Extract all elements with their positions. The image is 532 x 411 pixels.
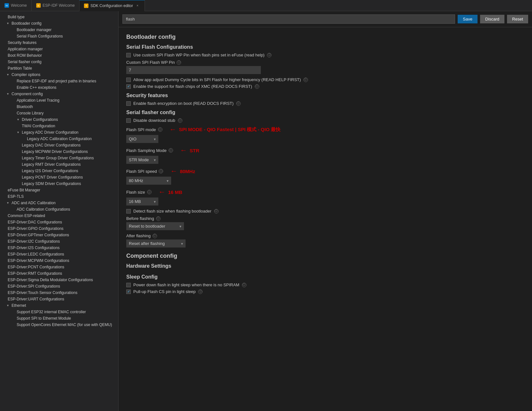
save-button[interactable]: Save: [458, 15, 478, 23]
reset-button[interactable]: Reset: [507, 15, 528, 23]
flash-size-select[interactable]: 1 MB 2 MB 4 MB 8 MB 16 MB 32 MB: [126, 197, 158, 206]
sampling-mode-select[interactable]: STR Mode DTR Mode: [126, 156, 158, 164]
sidebar-item-esp-driver-ledc[interactable]: ESP-Driver:LEDC Configurations: [0, 251, 118, 257]
chevron-icon: ▼: [6, 73, 10, 76]
sidebar-item-legacy-dac[interactable]: Legacy DAC Driver Configurations: [0, 142, 118, 148]
detect-flash-checkbox[interactable]: [126, 209, 131, 214]
sidebar-item-common-esp[interactable]: Common ESP-related: [0, 213, 118, 219]
power-down-checkbox[interactable]: [126, 283, 131, 287]
sidebar-item-legacy-rmt[interactable]: Legacy RMT Driver Configurations: [0, 161, 118, 168]
sidebar-item-opencores[interactable]: Support OpenCores Ethernet MAC (for use …: [0, 322, 118, 328]
sidebar-item-compiler-options[interactable]: ▼ Compiler options: [0, 71, 118, 78]
pull-up-checkbox[interactable]: ✓: [126, 289, 131, 294]
spi-mode-select[interactable]: QIO QOUT DIO DOUT: [126, 135, 158, 143]
sidebar-item-component-config[interactable]: ▼ Component config: [0, 91, 118, 97]
after-flashing-info-icon[interactable]: ⓘ: [153, 234, 157, 238]
disable-stub-checkbox[interactable]: [126, 118, 131, 123]
spi-mode-info-icon[interactable]: ⓘ: [158, 127, 162, 132]
tab-sdk-config-editor[interactable]: S SDK Configuration editor ×: [79, 0, 145, 11]
spi-speed-info-icon[interactable]: ⓘ: [159, 169, 163, 173]
flash-encrypt-info-icon[interactable]: ⓘ: [236, 101, 241, 106]
tab-esp-idf-welcome[interactable]: E ESP-IDF Welcome: [32, 0, 79, 11]
power-down-config-item: Power down flash in light sleep when the…: [126, 282, 524, 287]
sidebar-item-bootloader-config[interactable]: ▼ Bootloader config: [0, 20, 118, 27]
xmc-checkbox[interactable]: ✓: [126, 84, 131, 89]
sidebar-item-ethernet[interactable]: ▼ Ethernet: [0, 302, 118, 309]
wp-pin-info-icon[interactable]: ⓘ: [267, 53, 271, 57]
sidebar-item-legacy-pcnt[interactable]: Legacy PCNT Driver Configurations: [0, 174, 118, 180]
tab-welcome[interactable]: W Welcome: [0, 0, 32, 11]
flash-encrypt-checkbox[interactable]: [126, 101, 131, 106]
sidebar-item-adc-calibration[interactable]: ▼ ADC and ADC Calibration: [0, 200, 118, 206]
sidebar-item-esp-driver-gpio[interactable]: ESP-Driver:GPIO Configurations: [0, 225, 118, 232]
sidebar-item-esp-driver-mcpwm[interactable]: ESP-Driver:MCPWM Configurations: [0, 257, 118, 264]
sidebar-item-efuse[interactable]: eFuse Bit Manager: [0, 187, 118, 193]
spi-speed-select[interactable]: 80 MHz 40 MHz 26 MHz 20 MHz: [126, 177, 171, 185]
spi-speed-label-text: Flash SPI speed: [126, 169, 157, 174]
sidebar-item-app-level-tracing[interactable]: Application Level Tracing: [0, 97, 118, 104]
pull-up-info-icon[interactable]: ⓘ: [198, 289, 203, 294]
sidebar-item-application-manager[interactable]: Application manager: [0, 46, 118, 52]
sidebar-item-driver-configurations[interactable]: ▼ Driver Configurations: [0, 116, 118, 123]
sidebar-item-replace-esp-idf[interactable]: Replace ESP-IDF and project paths in bin…: [0, 78, 118, 84]
sidebar-item-label: Application Level Tracing: [17, 98, 59, 103]
sidebar-item-spi-ethernet[interactable]: Support SPI to Ethernet Module: [0, 315, 118, 322]
sidebar-item-esp32-emac[interactable]: Support ESP32 internal EMAC controller: [0, 309, 118, 315]
disable-stub-info-icon[interactable]: ⓘ: [178, 118, 182, 123]
sidebar-item-bootloader-manager[interactable]: Bootloader manager: [0, 27, 118, 33]
dummy-cycle-checkbox[interactable]: [126, 78, 131, 82]
content-area: Save Discard Reset Bootloader config Ser…: [119, 11, 532, 411]
sidebar-item-label: ESP-Driver:I2S Configurations: [8, 246, 60, 250]
sidebar-item-enable-cpp[interactable]: Enable C++ exceptions: [0, 84, 118, 91]
spi-mode-select-wrapper: QIO QOUT DIO DOUT ▼: [126, 135, 158, 143]
sidebar-item-partition-table[interactable]: Partition Table: [0, 65, 118, 71]
sidebar-item-esp-driver-sigma[interactable]: ESP-Driver:Sigma Delta Modulator Configu…: [0, 277, 118, 283]
power-down-info-icon[interactable]: ⓘ: [242, 283, 246, 287]
sidebar-item-esp-driver-rmt[interactable]: ESP-Driver:RMT Configurations: [0, 270, 118, 277]
sidebar-item-esp-driver-spi[interactable]: ESP-Driver:SPI Configurations: [0, 283, 118, 289]
sidebar-item-serial-flash-conf[interactable]: Serial Flash Configurations: [0, 33, 118, 39]
custom-wp-pin-info-icon[interactable]: ⓘ: [177, 60, 181, 65]
wp-pin-checkbox[interactable]: [126, 53, 131, 57]
xmc-info-icon[interactable]: ⓘ: [255, 84, 259, 89]
sidebar-item-label: Ethernet: [12, 303, 26, 308]
sampling-mode-info-icon[interactable]: ⓘ: [169, 148, 173, 153]
sidebar-item-build-type[interactable]: Build type: [0, 14, 118, 20]
sidebar-item-esp-tls[interactable]: ESP-TLS: [0, 193, 118, 200]
sidebar-item-esp-driver-dac[interactable]: ESP-Driver:DAC Configurations: [0, 219, 118, 225]
sidebar-item-console-library[interactable]: Console Library: [0, 110, 118, 116]
before-flashing-select-wrapper: Reset to bootloader Default reset No res…: [126, 222, 184, 230]
sidebar-item-adc-calib-configs[interactable]: ADC Calibration Configurations: [0, 206, 118, 213]
close-icon[interactable]: ×: [135, 3, 140, 8]
speed-annotation: ← 80MHz: [170, 167, 195, 175]
sidebar-item-esp-driver-pcnt[interactable]: ESP-Driver:PCNT Configurations: [0, 264, 118, 270]
sidebar-item-esp-driver-uart[interactable]: ESP-Driver:UART Configurations: [0, 296, 118, 302]
sidebar-item-esp-driver-gptimer[interactable]: ESP-Driver:GPTimer Configurations: [0, 232, 118, 238]
wp-pin-input[interactable]: [126, 66, 261, 74]
before-flashing-select[interactable]: Reset to bootloader Default reset No res…: [126, 222, 184, 230]
detect-flash-info-icon[interactable]: ⓘ: [214, 209, 219, 214]
discard-button[interactable]: Discard: [480, 15, 504, 23]
sidebar-item-label: Legacy SDM Driver Configurations: [22, 181, 81, 186]
after-flashing-select[interactable]: Reset after flashing No reset Stay in bo…: [126, 239, 186, 247]
sidebar-item-label: ESP-TLS: [8, 194, 24, 199]
sidebar-item-legacy-sdm[interactable]: Legacy SDM Driver Configurations: [0, 180, 118, 187]
sidebar-item-security-features[interactable]: Security features: [0, 39, 118, 46]
sidebar-item-legacy-adc[interactable]: ▼ Legacy ADC Driver Configuration: [0, 129, 118, 136]
flash-size-info-icon[interactable]: ⓘ: [147, 190, 152, 194]
before-flashing-info-icon[interactable]: ⓘ: [156, 216, 161, 221]
sidebar-item-legacy-mcpwm[interactable]: Legacy MCPWM Driver Configurations: [0, 148, 118, 155]
sidebar-item-serial-flasher[interactable]: Serial flasher config: [0, 59, 118, 65]
sidebar-item-legacy-i2s[interactable]: Legacy I2S Driver Configurations: [0, 168, 118, 174]
sidebar-item-esp-driver-touch[interactable]: ESP-Driver:Touch Sensor Configurations: [0, 289, 118, 296]
sidebar-item-boot-rom[interactable]: Boot ROM Behavior: [0, 52, 118, 59]
sidebar-item-esp-driver-i2c[interactable]: ESP-Driver:I2C Configurations: [0, 238, 118, 245]
sidebar-item-legacy-timer[interactable]: Legacy Timer Group Driver Configurations: [0, 155, 118, 161]
sidebar-item-twai[interactable]: TWAI Configuration: [0, 123, 118, 129]
search-input[interactable]: [122, 14, 455, 24]
sidebar-item-legacy-adc-calib[interactable]: Legacy ADC Calibration Configuration: [0, 136, 118, 142]
sidebar-item-esp-driver-i2s[interactable]: ESP-Driver:I2S Configurations: [0, 245, 118, 251]
flash-size-label: Flash size ⓘ ← 16 MB: [126, 188, 524, 196]
dummy-cycle-info-icon[interactable]: ⓘ: [303, 78, 308, 82]
sidebar-item-bluetooth[interactable]: Bluetooth: [0, 104, 118, 110]
